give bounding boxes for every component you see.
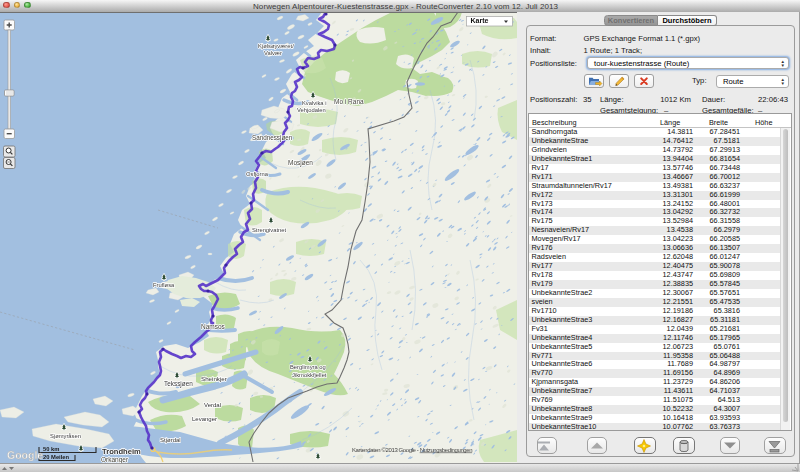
svg-text:Valvær: Valvær (264, 50, 282, 56)
svg-text:Tekssjøen: Tekssjøen (164, 380, 193, 388)
svg-text:Strengivatnet: Strengivatnet (252, 227, 287, 233)
svg-text:Frufløsa: Frufløsa (153, 282, 175, 288)
svg-text:Jikmokkfjellet: Jikmokkfjellet (292, 372, 327, 378)
svg-text:Osfjorna: Osfjorna (246, 171, 269, 177)
svg-text:Karte: Karte (471, 17, 489, 24)
svg-text:Namsos: Namsos (201, 323, 226, 330)
svg-text:Sheinkjer: Sheinkjer (201, 375, 227, 382)
svg-text:Berglimyra og: Berglimyra og (290, 364, 326, 370)
svg-text:Sjømyråsen: Sjømyråsen (50, 433, 81, 439)
svg-text:Kvalvika i: Kvalvika i (302, 100, 326, 106)
svg-text:Verdal: Verdal (204, 402, 221, 408)
svg-text:Orkanger: Orkanger (101, 456, 129, 463)
svg-text:Trondheim: Trondheim (102, 447, 141, 456)
svg-text:50 km: 50 km (43, 446, 59, 452)
svg-text:Vehjodalen: Vehjodalen (297, 107, 326, 113)
svg-text:Kartendaten ©2013 Google - Nut: Kartendaten ©2013 Google - Nutzungsbedin… (352, 447, 472, 453)
svg-text:Levanger: Levanger (192, 416, 217, 422)
svg-text:Kjølsøyværet/: Kjølsøyværet/ (258, 43, 294, 49)
svg-text:Stjørdal: Stjørdal (160, 437, 181, 443)
svg-text:20 Meilen: 20 Meilen (43, 454, 70, 460)
svg-text:Sandnessjøen: Sandnessjøen (252, 134, 293, 142)
svg-text:Mo i Rana: Mo i Rana (334, 98, 364, 105)
svg-text:Mosjøen: Mosjøen (288, 159, 313, 167)
svg-text:Google: Google (7, 449, 43, 461)
